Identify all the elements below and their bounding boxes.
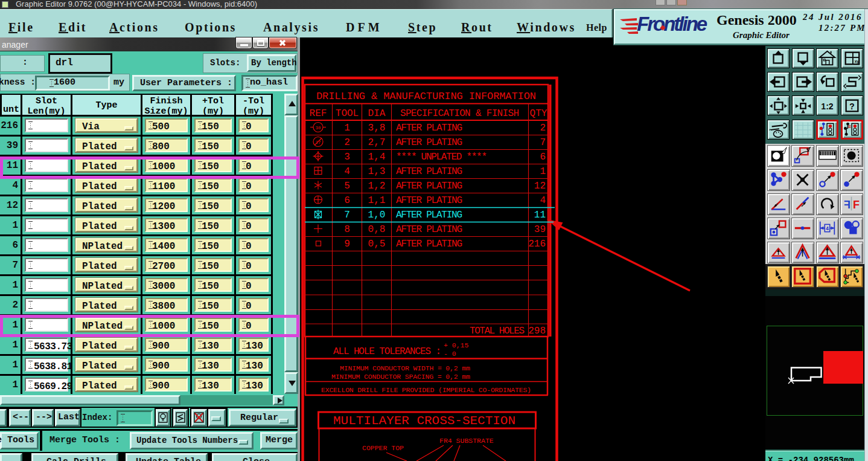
svg-text:F: F [853, 199, 860, 211]
svg-text:FR4 SUBSTRATE: FR4 SUBSTRATE [439, 437, 494, 445]
svg-text:1,4: 1,4 [368, 152, 386, 163]
svg-text:MINIMUM CONDUCTOR WIDTH = 0,2: MINIMUM CONDUCTOR WIDTH = 0,2 mm [340, 364, 470, 372]
svg-text:MINIMUM CONDUCTOR SPACING = 0,: MINIMUM CONDUCTOR SPACING = 0,2 mm [331, 373, 470, 381]
svg-text:1,0: 1,0 [368, 210, 386, 221]
svg-text:AFTER PLATING: AFTER PLATING [396, 210, 462, 221]
svg-text:1: 1 [344, 123, 350, 134]
svg-text:1,2: 1,2 [368, 181, 386, 192]
svg-text:xy: xy [855, 59, 860, 64]
svg-text:1: 1 [540, 166, 546, 177]
svg-text:0,8: 0,8 [368, 224, 386, 235]
svg-text:1,3: 1,3 [368, 166, 386, 177]
svg-text:2: 2 [540, 123, 546, 134]
svg-text:2: 2 [344, 137, 350, 148]
svg-text:COPPER TOP: COPPER TOP [362, 444, 404, 452]
svg-text:DIA: DIA [368, 108, 386, 119]
svg-text:DRILLING & MANUFACTURING INFOR: DRILLING & MANUFACTURING INFORMATION [316, 91, 536, 102]
svg-text:- 0: - 0 [444, 350, 456, 358]
svg-text:1,1: 1,1 [368, 195, 386, 206]
svg-text:4: 4 [540, 195, 546, 206]
svg-text:ALL HOLE TOLERANCES :: ALL HOLE TOLERANCES : [333, 346, 441, 357]
svg-text:6: 6 [540, 152, 546, 163]
svg-text:4: 4 [826, 226, 829, 232]
svg-text:12: 12 [534, 181, 546, 192]
svg-text:1:2: 1:2 [821, 102, 834, 111]
svg-text:5: 5 [344, 181, 350, 192]
svg-text:9: 9 [344, 239, 350, 250]
svg-text:AFTER PLATING: AFTER PLATING [396, 137, 462, 148]
svg-text:TOOL: TOOL [336, 108, 359, 119]
svg-text:7: 7 [344, 210, 350, 221]
svg-text:216: 216 [528, 239, 546, 250]
svg-text:AFTER PLATING: AFTER PLATING [396, 224, 462, 235]
svg-text:6: 6 [344, 195, 350, 206]
svg-text:REF: REF [310, 108, 327, 119]
svg-text:AFTER PLATING: AFTER PLATING [396, 181, 462, 192]
svg-text:4: 4 [344, 166, 350, 177]
svg-text:2,7: 2,7 [368, 137, 386, 148]
svg-text:SPECIFICATION & FINISH: SPECIFICATION & FINISH [400, 108, 519, 119]
svg-text:QTY: QTY [530, 108, 547, 119]
svg-text:EXCELLON DRILL FILE PROVIDED (: EXCELLON DRILL FILE PROVIDED (IMPERIAL C… [321, 386, 531, 394]
svg-text:0,5: 0,5 [368, 239, 386, 250]
svg-text:**** UNPLATED ****: **** UNPLATED **** [396, 152, 487, 163]
svg-text:AFTER PLATING: AFTER PLATING [396, 239, 462, 250]
svg-text:F: F [844, 199, 850, 211]
svg-text:AFTER PLATING: AFTER PLATING [396, 166, 462, 177]
svg-text:3: 3 [344, 152, 350, 163]
svg-text:MULTILAYER CROSS-SECTION: MULTILAYER CROSS-SECTION [333, 414, 515, 428]
svg-text:11: 11 [534, 210, 546, 221]
svg-text:8: 8 [344, 224, 350, 235]
svg-text:AFTER PLATING: AFTER PLATING [396, 195, 462, 206]
svg-text:AFTER PLATING: AFTER PLATING [396, 123, 462, 134]
svg-text:3,8: 3,8 [368, 123, 386, 134]
svg-text:7: 7 [540, 137, 546, 148]
svg-text:+ 0,15: + 0,15 [444, 341, 469, 349]
svg-text:TOTAL HOLES: TOTAL HOLES [470, 326, 525, 337]
svg-text:?: ? [849, 102, 854, 112]
svg-text:298: 298 [528, 326, 546, 337]
svg-text:39: 39 [534, 224, 546, 235]
svg-text:30: 30 [315, 126, 321, 131]
